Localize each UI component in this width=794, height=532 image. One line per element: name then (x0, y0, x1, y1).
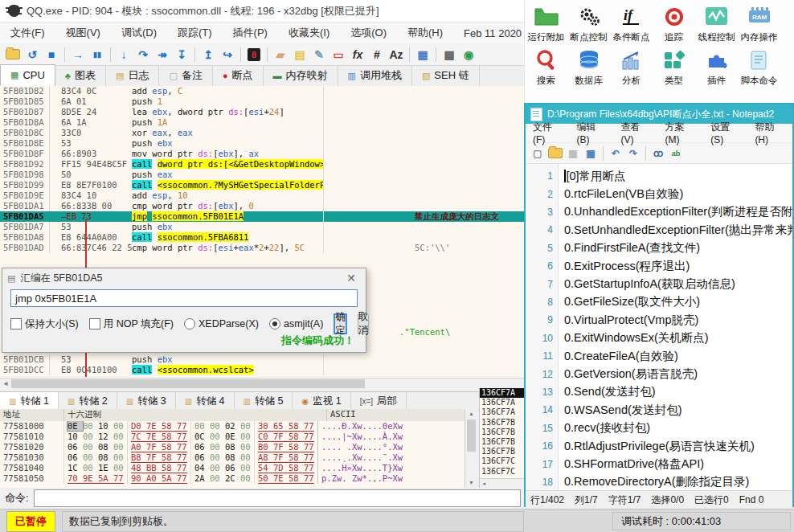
launcher-item-分析[interactable]: 分析 (610, 47, 653, 87)
tab-图表[interactable]: ♣图表 (55, 66, 106, 86)
hex-byte[interactable]: 58 (289, 473, 304, 484)
hex-byte[interactable]: 08 (98, 442, 113, 452)
np-menu-item-4[interactable]: 设置(S) (703, 118, 747, 148)
hex-byte[interactable]: 77 (177, 421, 187, 432)
hex-row[interactable]: 7758105070 9E 5A 7790 A0 5A 772A 00 2C 0… (0, 473, 465, 484)
hex-byte[interactable]: 58 (289, 452, 304, 463)
hex-byte[interactable]: 00 (83, 421, 98, 431)
stack-row[interactable]: 136CF7B (480, 437, 525, 447)
tab-SEH 链[interactable]: ▧SEH 链 (412, 66, 480, 86)
hex-byte[interactable]: 00 (210, 442, 225, 452)
hex-byte[interactable]: 77 (177, 452, 187, 463)
hex-row[interactable]: 7758101010 00 12 007C 7E 58 770C 00 0E 0… (0, 432, 465, 442)
editor-line[interactable]: 110.CreateFileA(自效验) (526, 347, 792, 365)
hex-byte[interactable]: 77 (177, 442, 187, 452)
hex-byte[interactable]: 58 (162, 463, 177, 473)
hex-byte[interactable]: 00 (83, 452, 98, 462)
hex-byte[interactable]: 10 (68, 432, 83, 441)
hex-byte[interactable]: 06 (194, 442, 210, 452)
eraser-icon[interactable]: ▭ (329, 47, 347, 63)
editor-line[interactable]: 40.SetUnhandledExceptionFilter(抛出异常来判 (526, 221, 792, 239)
dump-tab-转储 4[interactable]: ▥转储 4 (176, 392, 235, 410)
hex-byte[interactable]: 77 (304, 463, 314, 473)
hex-byte[interactable]: 77 (177, 463, 187, 473)
hex-row[interactable]: 775810000E 00 10 00D0 7E 58 7700 00 02 0… (0, 421, 465, 432)
hex-byte[interactable]: 77 (304, 432, 314, 442)
hex-byte[interactable]: A0 (146, 473, 162, 484)
checkbox-0[interactable]: 保持大小(S) (10, 317, 79, 331)
launcher-item-插件[interactable]: 插件 (695, 47, 738, 87)
step-into-icon[interactable]: ↓ (115, 47, 133, 63)
dump-tab-转储 5[interactable]: ▥转储 5 (235, 392, 293, 410)
editor-line[interactable]: 130.Send(发送封包) (526, 383, 792, 401)
launcher-item-条件断点[interactable]: if条件断点 (610, 3, 653, 43)
hex-byte[interactable]: 06 (68, 452, 83, 462)
stop-icon[interactable]: ■ (43, 47, 60, 63)
hex-byte[interactable]: 00 (210, 473, 225, 483)
editor-line[interactable]: 20.rtcFileLen(VB自效验) (526, 185, 792, 203)
hex-byte[interactable]: 77 (177, 432, 187, 442)
hex-byte[interactable]: 58 (289, 432, 304, 442)
editor-line[interactable]: 60.ExitProcess(程序退出) (526, 257, 792, 275)
tab-备注[interactable]: ▢备注 (159, 66, 212, 86)
hex-byte[interactable]: 04 (194, 463, 210, 473)
editor-line[interactable]: 50.FindFirstFileA(查找文件) (526, 239, 792, 257)
hex-byte[interactable]: 77 (304, 473, 314, 484)
hex-byte[interactable]: 77 (113, 473, 124, 484)
editor-line[interactable]: 30.UnhandledExceptionFilter(判断进程是否附加 (526, 203, 792, 221)
hex-byte[interactable]: 00 (113, 432, 124, 441)
launcher-item-运行附加[interactable]: 运行附加 (525, 3, 567, 43)
hash-icon[interactable]: # (368, 47, 386, 63)
hex-byte[interactable]: 90 (131, 473, 146, 484)
hex-byte[interactable]: 50 (258, 473, 273, 484)
np-menu-item-1[interactable]: 编辑(B) (569, 118, 613, 148)
tab-日志[interactable]: ▤日志 (106, 66, 159, 86)
restart-icon[interactable]: ↺ (23, 47, 41, 63)
dump-tab-转储 3[interactable]: ▥转储 3 (117, 392, 176, 410)
hex-byte[interactable]: 1C (68, 463, 83, 473)
font-icon[interactable]: Az (387, 47, 405, 63)
run-to-user-code-icon[interactable]: ↥ (199, 47, 217, 63)
hex-byte[interactable]: 00 (210, 432, 225, 441)
menu-item-8[interactable]: Feb 11 2020 (453, 24, 532, 43)
open-file-icon[interactable] (4, 47, 22, 63)
stack-view[interactable]: 136CF7A136CF7A136CF7A136CF7B136CF7B136CF… (479, 388, 525, 488)
hex-byte[interactable]: 58 (162, 452, 177, 463)
notepad2-editor[interactable]: 1[0]常用断点20.rtcFileLen(VB自效验)30.Unhandled… (526, 164, 792, 490)
scroll-left-arrow-icon[interactable]: ◄ (0, 379, 11, 389)
run-icon[interactable]: → (69, 47, 87, 63)
hex-byte[interactable]: A0 (131, 442, 146, 452)
hex-byte[interactable]: 58 (289, 421, 304, 432)
hex-row[interactable]: 775810401C 00 1E 0048 BB 58 7704 00 06 0… (0, 463, 465, 473)
hex-byte[interactable]: 00 (113, 463, 124, 473)
disasm-horizontal-scrollbar[interactable]: ◄ (0, 378, 524, 390)
hex-byte[interactable]: 7F (273, 452, 289, 463)
stack-row[interactable]: 136CF7C (480, 456, 525, 466)
stack-row[interactable]: 136CF7B (480, 447, 525, 456)
hex-byte[interactable]: 5A (98, 473, 113, 484)
launcher-item-线程控制[interactable]: 线程控制 (695, 3, 738, 43)
hex-byte[interactable]: 00 (83, 442, 98, 452)
menu-item-7[interactable]: 帮助(H) (397, 23, 453, 43)
editor-line[interactable]: 180.RemoveDirectoryA(删除指定目录) (526, 473, 792, 490)
hex-byte[interactable]: 00 (240, 442, 251, 452)
dump-tab-监视 1[interactable]: ◉监视 1 (293, 392, 350, 410)
hex-byte[interactable]: 00 (240, 463, 251, 473)
hex-dump-view[interactable]: 775810000E 00 10 00D0 7E 58 7700 00 02 0… (0, 421, 465, 488)
hex-row[interactable]: 7758102006 00 08 00A0 7F 58 7706 00 08 0… (0, 442, 465, 452)
launcher-item-系[interactable]: 系 (780, 3, 794, 43)
hex-byte[interactable]: 00 (240, 473, 251, 483)
hex-byte[interactable]: 06 (194, 452, 210, 462)
hex-byte[interactable]: 70 (68, 473, 83, 484)
hex-byte[interactable]: 58 (162, 432, 177, 442)
stack-row[interactable]: 136CF7B (480, 418, 525, 428)
menu-item-3[interactable]: 跟踪(T) (167, 23, 223, 43)
close-icon[interactable]: ✕ (342, 272, 361, 284)
hex-byte[interactable]: 77 (304, 421, 314, 432)
scroll-down-arrow-icon[interactable]: ▼ (465, 478, 477, 488)
comment-icon[interactable]: ▤ (291, 47, 309, 63)
scylla-icon[interactable]: 8 (245, 47, 263, 63)
hex-byte[interactable]: 00 (113, 442, 124, 452)
hex-byte[interactable]: B0 (258, 442, 273, 452)
hex-byte[interactable]: 5A (162, 473, 177, 484)
